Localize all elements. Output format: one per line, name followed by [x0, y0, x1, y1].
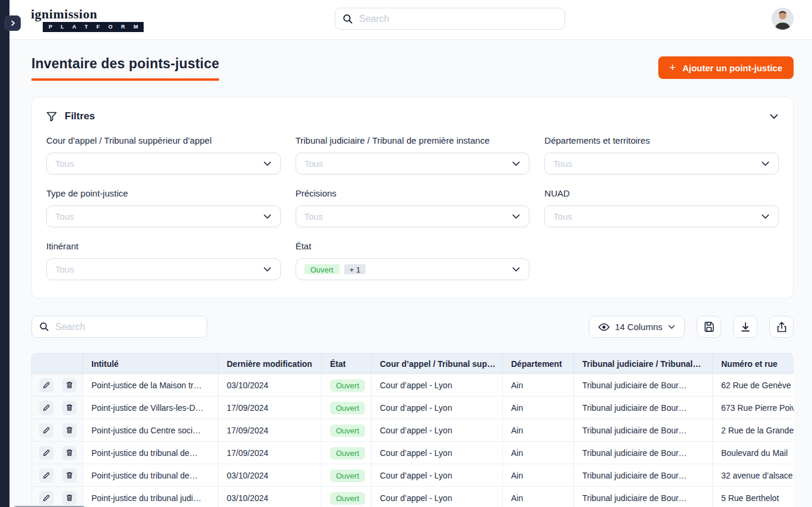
search-icon: [39, 322, 49, 332]
table-row: Point-justice de la Maison tr… 03/10/202…: [32, 374, 794, 397]
filter-select[interactable]: Tous: [296, 153, 530, 175]
filter-select[interactable]: Tous: [46, 153, 281, 175]
filter-select-placeholder: Tous: [55, 159, 258, 169]
edit-row-button[interactable]: [39, 446, 53, 460]
cell-numero-rue: 32 avenue d’alsace: [713, 464, 794, 487]
chevron-down-icon: [263, 265, 272, 274]
cell-intitule: Point-justice de la Maison tr…: [83, 374, 218, 397]
cell-derniere-modification: 03/10/2024: [218, 374, 322, 397]
table-toolbar: 14 Columns: [31, 316, 794, 338]
column-header[interactable]: Intitulé: [83, 354, 218, 374]
edit-row-button[interactable]: [39, 423, 53, 438]
sidebar-expand-button[interactable]: [5, 15, 21, 31]
filters-collapse-chevron-icon[interactable]: [769, 112, 779, 121]
edit-row-button[interactable]: [39, 378, 53, 392]
chevron-down-icon: [263, 159, 272, 168]
cell-derniere-modification: 17/09/2024: [218, 397, 322, 419]
cell-tribunal-judiciaire: Tribunal judiciaire de Bour…: [574, 442, 713, 464]
delete-row-button[interactable]: [62, 446, 77, 460]
selected-filter-chip: Ouvert: [304, 264, 340, 274]
column-header[interactable]: [32, 354, 83, 374]
filter-select-placeholder: Ouvert+ 1: [304, 264, 508, 274]
table-search[interactable]: [31, 316, 207, 338]
upload-share-icon: [776, 321, 787, 332]
column-header[interactable]: Département: [503, 354, 574, 374]
trash-icon: [66, 426, 73, 434]
cell-cour-appel: Cour d’appel - Lyon: [372, 419, 503, 442]
filter-field: Départements et territoires Tous: [544, 135, 779, 175]
column-header[interactable]: Dernière modification: [218, 354, 322, 374]
filter-select[interactable]: Ouvert+ 1: [296, 258, 530, 280]
pencil-icon: [43, 449, 50, 457]
cell-numero-rue: 5 Rue Berthelot: [713, 487, 794, 507]
cell-intitule: Point-justice du tribunal de…: [83, 464, 218, 487]
content-area: Inventaire des points-justice + Ajouter …: [9, 40, 812, 507]
save-view-button[interactable]: [697, 316, 721, 338]
chevron-right-icon: [10, 20, 16, 26]
table-row: Point-justice de Villars-les-D… 17/09/20…: [32, 397, 794, 419]
global-search-input[interactable]: [359, 14, 557, 24]
cell-tribunal-judiciaire: Tribunal judiciaire de Bour…: [574, 464, 713, 487]
table-header-row: IntituléDernière modificationÉtatCour d’…: [32, 354, 794, 374]
page-title: Inventaire des points-justice: [31, 56, 219, 81]
status-badge: Ouvert: [330, 402, 365, 414]
edit-row-button[interactable]: [39, 491, 53, 505]
filter-field-label: Départements et territoires: [544, 135, 779, 145]
pencil-icon: [43, 472, 50, 479]
cell-numero-rue: 673 Rue Pierre Poiv: [713, 397, 794, 419]
edit-row-button[interactable]: [39, 401, 53, 415]
cell-derniere-modification: 17/09/2024: [218, 442, 322, 464]
delete-row-button[interactable]: [62, 468, 77, 483]
cell-departement: Ain: [503, 419, 574, 442]
cell-derniere-modification: 03/10/2024: [218, 487, 322, 507]
delete-row-button[interactable]: [62, 401, 77, 415]
export-button[interactable]: [769, 316, 794, 338]
filter-select[interactable]: Tous: [296, 205, 530, 227]
cell-derniere-modification: 03/10/2024: [218, 464, 322, 487]
cell-intitule: Point-justice du tribunal de…: [83, 442, 218, 464]
column-header[interactable]: Cour d’appel / Tribunal sup…: [372, 354, 503, 374]
cell-derniere-modification: 17/09/2024: [218, 419, 322, 442]
status-badge: Ouvert: [330, 492, 365, 505]
user-avatar[interactable]: [772, 8, 794, 30]
column-header[interactable]: Tribunal judiciaire / Tribunal…: [574, 354, 713, 374]
cell-cour-appel: Cour d’appel - Lyon: [372, 487, 503, 507]
filter-field-label: Type de point-justice: [46, 188, 281, 198]
column-header[interactable]: État: [322, 354, 372, 374]
filter-field-label: Itinérant: [46, 241, 281, 251]
chevron-down-icon: [668, 323, 675, 331]
filter-select-placeholder: Tous: [304, 211, 508, 221]
edit-row-button[interactable]: [39, 468, 53, 483]
cell-departement: Ain: [503, 397, 574, 419]
table-search-input[interactable]: [55, 322, 199, 332]
download-button[interactable]: [733, 316, 757, 338]
global-search[interactable]: [335, 8, 565, 30]
table-row: Point-justice du tribunal de… 03/10/2024…: [32, 464, 794, 487]
filter-select[interactable]: Tous: [46, 258, 281, 280]
trash-icon: [66, 471, 73, 479]
filter-field: Cour d’appel / Tribunal suppèrieur d’app…: [46, 135, 281, 175]
filter-select-placeholder: Tous: [304, 159, 508, 169]
columns-visibility-button[interactable]: 14 Columns: [589, 316, 685, 338]
filter-select[interactable]: Tous: [544, 205, 779, 227]
cell-intitule: Point-justice du Centre soci…: [83, 419, 218, 442]
filter-field: État Ouvert+ 1: [296, 241, 530, 280]
table-row: Point-justice du Centre soci… 17/09/2024…: [32, 419, 794, 442]
filters-panel: Filtres Cour d’appel / Tribunal suppèrie…: [31, 97, 794, 299]
cell-tribunal-judiciaire: Tribunal judiciaire de Bour…: [574, 419, 713, 442]
filter-select-placeholder: Tous: [553, 211, 756, 221]
filter-select[interactable]: Tous: [544, 153, 779, 175]
delete-row-button[interactable]: [62, 423, 77, 438]
filter-field-label: Cour d’appel / Tribunal suppèrieur d’app…: [46, 135, 281, 145]
delete-row-button[interactable]: [62, 378, 77, 392]
delete-row-button[interactable]: [62, 491, 77, 505]
cell-departement: Ain: [503, 487, 574, 507]
points-justice-table: IntituléDernière modificationÉtatCour d’…: [31, 353, 794, 507]
plus-icon: +: [670, 62, 676, 73]
filter-field: Itinérant Tous: [46, 241, 281, 280]
filter-select[interactable]: Tous: [46, 205, 281, 227]
add-point-justice-button[interactable]: + Ajouter un point-justice: [658, 56, 794, 79]
chevron-down-icon: [761, 212, 770, 221]
filter-select-placeholder: Tous: [55, 264, 258, 274]
column-header[interactable]: Numéro et rue: [713, 354, 794, 374]
